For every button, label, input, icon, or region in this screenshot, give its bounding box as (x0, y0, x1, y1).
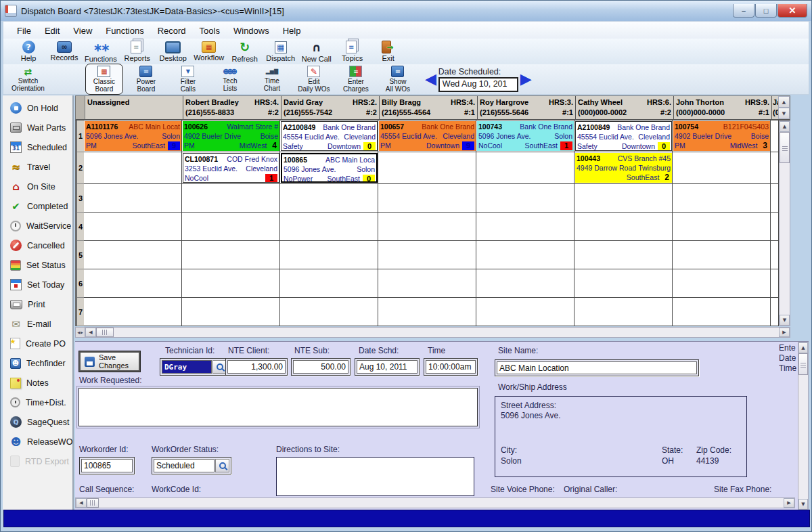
sidebar-item-wait-parts[interactable]: Wait Parts (3, 118, 72, 137)
work-requested-textarea[interactable] (78, 388, 478, 426)
scroll-down-icon[interactable]: ▼ (798, 499, 808, 510)
date-schd-field[interactable]: Aug 10, 2011 (357, 360, 418, 374)
grid-cell[interactable] (673, 152, 771, 184)
grid-cell[interactable] (673, 269, 771, 298)
sidebar-item-travel[interactable]: Travel (3, 157, 72, 177)
scroll-up-icon[interactable]: ▲ (798, 342, 808, 353)
grid-cell[interactable] (673, 184, 771, 213)
grid-cell[interactable] (574, 269, 673, 298)
grid-cell[interactable] (673, 213, 771, 241)
save-changes-button[interactable]: SaveChanges (79, 351, 140, 372)
grid-cell[interactable] (771, 298, 779, 326)
board-toolbar-show-button[interactable]: ShowAll WOs (379, 64, 417, 95)
sidebar-item-rtd-export[interactable]: RTD Export (3, 451, 72, 471)
sidebar-item-time-dist-[interactable]: Time+Dist. (3, 393, 72, 412)
grid-cell[interactable] (378, 298, 476, 326)
nte-sub-field[interactable]: 500.00 (293, 360, 348, 374)
sidebar-item-print[interactable]: Print (3, 294, 72, 314)
previous-date-arrow[interactable]: ◀ (425, 72, 436, 87)
menu-view[interactable]: View (66, 24, 99, 38)
directions-textarea[interactable] (276, 457, 474, 496)
grid-cell[interactable] (182, 298, 280, 326)
column-header-roy-hargrove[interactable]: Roy HargroveHRS:3.(216)555-5646#:1 (478, 96, 576, 119)
sidebar-item-completed[interactable]: Completed (3, 196, 72, 216)
workorder-card-100626[interactable]: 100626Walmart Store #4902 Bueler DriveBo… (183, 121, 279, 151)
minimize-button[interactable]: – (733, 4, 754, 18)
sidebar-item-create-po[interactable]: Create PO (3, 334, 72, 353)
date-scheduled-input[interactable]: Wed Aug 10, 201 (438, 77, 518, 92)
grid-cell[interactable] (280, 213, 378, 241)
menu-edit[interactable]: Edit (38, 24, 66, 38)
scroll-left-icon[interactable]: ◀ (76, 498, 87, 508)
title-bar[interactable]: Dispatch Board <73testJK:73testJK=Data-B… (1, 1, 811, 21)
workorder-card-100743[interactable]: 100743Bank One Brand5096 Jones Ave.Solon… (477, 121, 574, 151)
vscroll-thumb[interactable] (798, 353, 808, 375)
grid-cell[interactable] (280, 184, 378, 213)
grid-cell[interactable] (476, 269, 574, 298)
grid-cell[interactable] (84, 269, 182, 298)
form-hscrollbar[interactable]: ◀ ▶ (75, 497, 795, 508)
grid-cell[interactable] (476, 298, 574, 326)
workorder-card-a2100849[interactable]: A2100849Bank One Brand45554 Euclid Ave.C… (575, 121, 672, 151)
hscroll-thumb[interactable] (87, 498, 99, 508)
grid-cell[interactable] (378, 269, 476, 298)
site-name-field[interactable]: ABC Main Location (497, 361, 697, 374)
grid-cell[interactable] (378, 152, 476, 184)
grid-cell[interactable] (476, 213, 574, 241)
grid-cell[interactable] (280, 269, 378, 298)
toolbar-button-desktop[interactable]: Desktop (158, 39, 189, 64)
grid-cell[interactable] (771, 213, 779, 241)
sidebar-item-on-hold[interactable]: On Hold (3, 98, 72, 118)
menu-functions[interactable]: Functions (99, 24, 150, 38)
menu-windows[interactable]: Windows (227, 24, 276, 38)
grid-cell[interactable] (673, 298, 771, 326)
sidebar-item-set-status[interactable]: Set Status (3, 255, 72, 275)
grid-cell[interactable] (84, 152, 182, 184)
scroll-down-icon[interactable]: ▼ (778, 108, 790, 119)
grid-cell[interactable] (476, 184, 574, 213)
column-header-david-gray[interactable]: David GrayHRS:2.(216)555-7542#:2 (281, 96, 380, 119)
grid-cell[interactable] (84, 213, 182, 241)
close-button[interactable]: ✕ (777, 4, 807, 18)
menu-help[interactable]: Help (276, 24, 308, 38)
grid-cell[interactable] (574, 241, 673, 269)
scroll-up-icon[interactable]: ▲ (780, 121, 790, 132)
grid-cell[interactable] (182, 269, 280, 298)
board-toolbar-switch-button[interactable]: SwitchOrientation (9, 64, 47, 94)
workorder-card-100443[interactable]: 100443CVS Branch #454949 Darrow RoadTwin… (575, 153, 672, 183)
toolbar-button-topics[interactable]: Topics (337, 39, 368, 64)
form-vscrollbar[interactable]: ▲ ▼ (798, 342, 809, 510)
column-header-robert-bradley[interactable]: Robert BradleyHRS:4.(216)555-8833#:2 (183, 96, 281, 119)
sidebar-item-releasewo[interactable]: ReleaseWO (3, 432, 72, 451)
technician-id-field[interactable]: DGray (162, 360, 212, 374)
grid-cell[interactable] (476, 241, 574, 269)
grid-cell[interactable] (280, 241, 378, 269)
workorder-status-field[interactable]: Scheduled (154, 459, 215, 472)
next-date-arrow[interactable]: ▶ (520, 72, 532, 87)
technician-lookup-button[interactable] (212, 360, 227, 374)
workorder-card-a2100849[interactable]: A2100849Bank One Brand45554 Euclid Ave.C… (281, 121, 378, 151)
grid-cell[interactable] (574, 213, 673, 241)
grid-cell[interactable] (84, 241, 182, 269)
sidebar-item-techfinder[interactable]: Techfinder (3, 353, 72, 373)
scroll-left-icon[interactable]: ◀ (85, 328, 96, 337)
grid-cell[interactable] (378, 184, 476, 213)
toolbar-button-records[interactable]: Records (49, 39, 80, 64)
workorder-id-field[interactable]: 100865 (81, 459, 133, 472)
grid-cell[interactable] (673, 241, 771, 269)
column-header-john-thorton[interactable]: John ThortonHRS:9.(000)000-0000#:1 (674, 96, 772, 119)
toolbar-button-help[interactable]: Help (13, 39, 44, 64)
hscroll-corner[interactable]: ◀▶ (76, 328, 85, 337)
board-toolbar-edit-button[interactable]: EditDaily WOs (295, 64, 333, 95)
board-toolbar-classic-button[interactable]: ClassicBoard (85, 64, 123, 95)
toolbar-button-reports[interactable]: Reports (122, 39, 153, 64)
column-header-billy-bragg[interactable]: Billy BraggHRS:4.(216)555-4564#:1 (380, 96, 478, 119)
sidebar-item-waitservice[interactable]: WaitService (3, 216, 72, 236)
maximize-button[interactable]: □ (755, 4, 777, 18)
grid-cell[interactable] (771, 269, 779, 298)
board-toolbar-power-button[interactable]: PowerBoard (127, 64, 165, 95)
status-lookup-button[interactable] (215, 459, 229, 472)
scroll-up-icon[interactable]: ▲ (778, 96, 790, 108)
grid-cell[interactable] (280, 298, 378, 326)
workorder-card-a1101176[interactable]: A1101176ABC Main Locat5096 Jones Ave.Sol… (85, 121, 181, 151)
